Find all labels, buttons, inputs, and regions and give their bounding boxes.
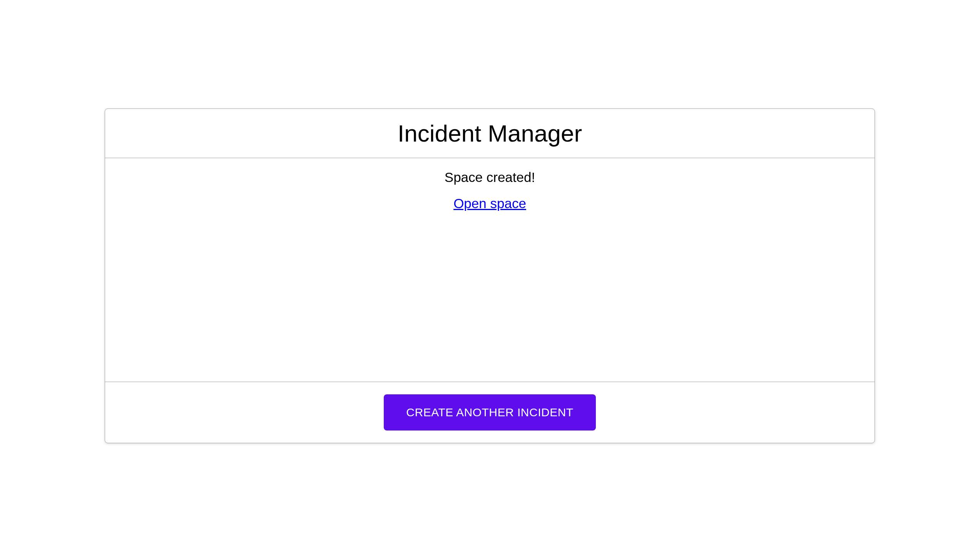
status-message: Space created! xyxy=(105,170,875,185)
card-header: Incident Manager xyxy=(105,109,875,158)
card-footer: CREATE ANOTHER INCIDENT xyxy=(105,382,875,443)
card-body: Space created! Open space xyxy=(105,158,875,382)
create-another-incident-button[interactable]: CREATE ANOTHER INCIDENT xyxy=(384,394,595,431)
page-title: Incident Manager xyxy=(105,120,875,147)
incident-manager-card: Incident Manager Space created! Open spa… xyxy=(105,108,875,443)
open-space-link[interactable]: Open space xyxy=(453,196,526,211)
